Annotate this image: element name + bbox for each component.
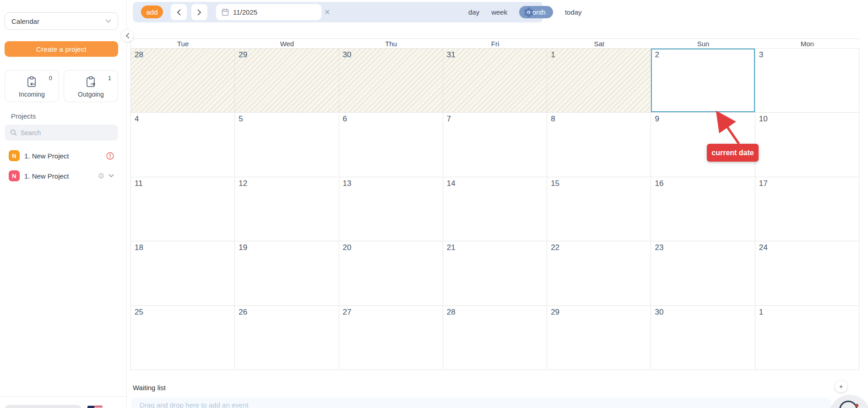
day-cell-3[interactable]: 3 xyxy=(755,49,859,113)
day-number: 20 xyxy=(343,243,352,252)
count-badge: 1 xyxy=(108,75,111,82)
day-cell-30[interactable]: 30 xyxy=(651,306,755,370)
day-cell-21[interactable]: 21 xyxy=(443,241,547,305)
card-label: Outgoing xyxy=(78,91,104,98)
bottom-toolbar-pill[interactable] xyxy=(5,405,81,408)
day-cell-24[interactable]: 24 xyxy=(755,241,859,305)
day-cell-12[interactable]: 12 xyxy=(235,177,339,241)
next-period-button[interactable] xyxy=(191,4,207,20)
project-name: 1. New Project xyxy=(24,152,69,160)
day-cell-19[interactable]: 19 xyxy=(235,241,339,305)
chevron-left-icon xyxy=(177,9,181,16)
day-cell-7[interactable]: 7 xyxy=(443,113,547,177)
day-number: 13 xyxy=(343,179,352,188)
project-item[interactable]: N 1. New Project xyxy=(0,146,127,166)
day-number: 9 xyxy=(655,114,659,124)
waiting-list-dropzone[interactable]: Drag and drop here to add an event xyxy=(131,397,831,408)
clear-date-icon[interactable]: ✕ xyxy=(324,9,330,16)
day-cell-28[interactable]: 28 xyxy=(443,306,547,370)
day-header-wed: Wed xyxy=(235,39,339,48)
day-cell-25[interactable]: 25 xyxy=(131,306,235,370)
day-cell-1[interactable]: 1 xyxy=(755,306,859,370)
day-number: 22 xyxy=(551,243,559,252)
day-cell-16[interactable]: 16 xyxy=(651,177,755,241)
project-avatar: N xyxy=(9,150,20,161)
project-item[interactable]: N 1. New Project xyxy=(0,166,127,186)
chevron-down-icon xyxy=(105,19,111,23)
incoming-card[interactable]: 0 Incoming xyxy=(5,70,59,102)
day-cell-6[interactable]: 6 xyxy=(339,113,443,177)
day-cell-29[interactable]: 29 xyxy=(547,306,651,370)
day-cell-14[interactable]: 14 xyxy=(443,177,547,241)
project-search[interactable] xyxy=(5,125,118,141)
day-cell-28[interactable]: 28 xyxy=(131,49,235,113)
day-number: 14 xyxy=(447,179,456,188)
day-cell-11[interactable]: 11 xyxy=(131,177,235,241)
day-cell-10[interactable]: 10 xyxy=(755,113,859,177)
outgoing-card[interactable]: 1 Outgoing xyxy=(64,70,118,102)
day-number: 6 xyxy=(343,114,347,124)
clipboard-in-icon xyxy=(26,76,38,88)
day-number: 28 xyxy=(447,308,456,317)
day-cell-26[interactable]: 26 xyxy=(235,306,339,370)
search-icon xyxy=(10,129,17,136)
create-project-button[interactable]: Create a project xyxy=(5,41,118,57)
day-cell-13[interactable]: 13 xyxy=(339,177,443,241)
support-chat-button[interactable] xyxy=(829,395,868,408)
chevron-down-icon[interactable] xyxy=(108,174,114,178)
dropzone-hint: Drag and drop here to add an event xyxy=(140,401,249,408)
day-header-thu: Thu xyxy=(339,39,443,48)
day-cell-29[interactable]: 29 xyxy=(235,49,339,113)
day-number: 31 xyxy=(447,50,456,60)
day-number: 3 xyxy=(759,50,763,60)
month-grid: TueWedThuFriSatSunMon 282930311234567891… xyxy=(130,38,859,370)
view-week-button[interactable]: week xyxy=(491,8,507,16)
project-list: N 1. New Project N 1. New Project xyxy=(0,146,127,186)
prev-period-button[interactable] xyxy=(171,4,187,20)
day-number: 18 xyxy=(135,243,143,252)
calendar-select[interactable]: Calendar xyxy=(5,12,118,30)
day-cell-27[interactable]: 27 xyxy=(339,306,443,370)
day-cell-22[interactable]: 22 xyxy=(547,241,651,305)
day-cell-17[interactable]: 17 xyxy=(755,177,859,241)
waiting-list-add-button[interactable]: + xyxy=(835,381,847,392)
clipboard-out-icon xyxy=(85,76,97,88)
date-input[interactable] xyxy=(233,8,324,16)
settings-gear-icon[interactable] xyxy=(523,6,535,18)
day-cell-8[interactable]: 8 xyxy=(547,113,651,177)
day-cell-5[interactable]: 5 xyxy=(235,113,339,177)
day-cell-15[interactable]: 15 xyxy=(547,177,651,241)
date-picker-field[interactable]: ✕ xyxy=(216,4,321,20)
sidebar-collapse-button[interactable] xyxy=(121,30,133,42)
search-input[interactable] xyxy=(21,129,103,136)
day-cell-current[interactable]: 2 xyxy=(651,49,755,113)
day-cell-30[interactable]: 30 xyxy=(339,49,443,113)
sidebar: Calendar Create a project 0 Incoming1 Ou… xyxy=(0,0,127,408)
day-header-sun: Sun xyxy=(651,39,755,48)
day-number: 30 xyxy=(655,308,663,317)
day-number: 1 xyxy=(551,50,555,60)
day-cell-20[interactable]: 20 xyxy=(339,241,443,305)
day-number: 21 xyxy=(447,243,456,252)
view-day-button[interactable]: day xyxy=(468,8,479,16)
day-cell-4[interactable]: 4 xyxy=(131,113,235,177)
day-number: 30 xyxy=(343,50,352,60)
day-cell-18[interactable]: 18 xyxy=(131,241,235,305)
day-number: 1 xyxy=(759,308,763,317)
day-cell-1[interactable]: 1 xyxy=(547,49,651,113)
day-cell-23[interactable]: 23 xyxy=(651,241,755,305)
gear-icon[interactable] xyxy=(98,172,105,180)
day-cell-31[interactable]: 31 xyxy=(443,49,547,113)
view-today-button[interactable]: today xyxy=(565,8,582,16)
project-name: 1. New Project xyxy=(24,172,69,180)
chevron-right-icon xyxy=(197,9,201,16)
add-event-button[interactable]: add xyxy=(141,5,163,18)
headset-icon xyxy=(839,401,857,408)
count-badge: 0 xyxy=(49,75,52,82)
day-number: 11 xyxy=(135,179,143,188)
day-number: 24 xyxy=(759,243,768,252)
language-flag-icon[interactable] xyxy=(87,406,103,408)
day-number: 8 xyxy=(551,114,555,124)
day-number: 29 xyxy=(239,50,247,60)
project-avatar: N xyxy=(9,170,20,181)
